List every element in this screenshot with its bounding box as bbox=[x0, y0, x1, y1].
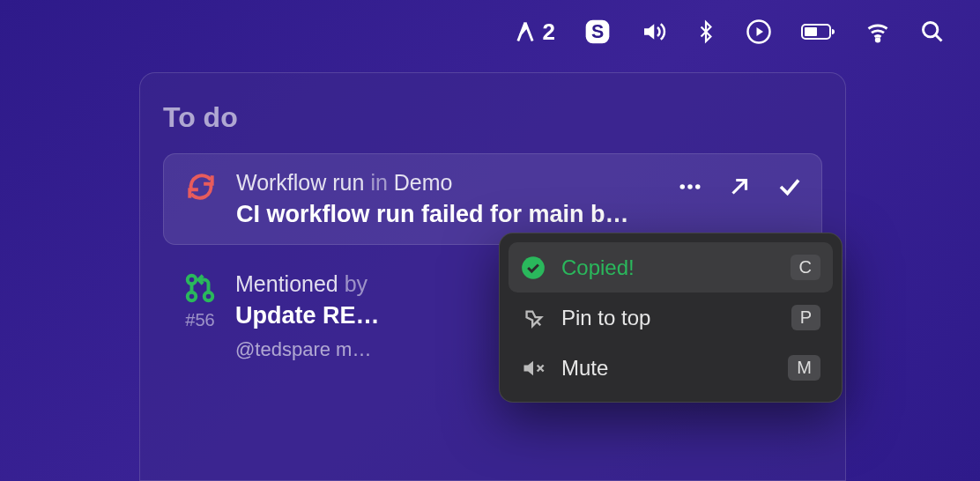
card-type: Mentioned bbox=[235, 271, 338, 296]
bluetooth-icon bbox=[694, 18, 717, 45]
mute-icon bbox=[521, 356, 546, 381]
card-repo: Demo bbox=[394, 170, 453, 195]
svg-point-11 bbox=[695, 184, 701, 189]
more-icon[interactable] bbox=[677, 174, 703, 200]
card-icon-column: #56 bbox=[181, 271, 219, 361]
todo-card[interactable]: Workflow run in Demo CI workflow run fai… bbox=[163, 153, 822, 245]
app-badge-count: 2 bbox=[543, 18, 555, 46]
section-title: To do bbox=[163, 101, 822, 134]
wifi-icon bbox=[864, 19, 892, 44]
card-number: #56 bbox=[185, 310, 214, 330]
svg-marker-4 bbox=[757, 27, 764, 36]
menu-item-mute[interactable]: Mute M bbox=[509, 343, 833, 393]
svg-marker-16 bbox=[524, 360, 534, 374]
svg-point-12 bbox=[188, 276, 197, 285]
context-menu: Copied! C Pin to top P Mute M bbox=[499, 233, 843, 403]
search-icon bbox=[920, 19, 945, 44]
card-actions bbox=[677, 174, 804, 200]
menubar: 2 S bbox=[513, 18, 945, 46]
volume-menubar-item[interactable] bbox=[640, 18, 666, 45]
battery-icon bbox=[800, 21, 835, 42]
card-icon-column bbox=[182, 170, 220, 228]
battery-menubar-item[interactable] bbox=[800, 21, 835, 42]
spotlight-menubar-item[interactable] bbox=[920, 19, 945, 44]
svg-point-9 bbox=[680, 184, 686, 189]
svg-point-10 bbox=[687, 184, 693, 189]
sync-failed-icon bbox=[184, 170, 218, 204]
check-circle-icon bbox=[521, 255, 546, 280]
svg-point-13 bbox=[188, 292, 197, 301]
card-type: Workflow run bbox=[236, 170, 364, 195]
card-title: CI workflow run failed for main b… bbox=[236, 201, 804, 228]
skype-menubar-item[interactable]: S bbox=[583, 18, 612, 46]
svg-point-7 bbox=[876, 39, 880, 42]
play-circle-icon bbox=[746, 18, 772, 45]
skype-icon: S bbox=[583, 18, 612, 46]
menu-item-key: M bbox=[788, 355, 820, 381]
menu-item-label: Copied! bbox=[561, 255, 775, 280]
volume-icon bbox=[640, 18, 666, 45]
menu-item-label: Mute bbox=[561, 356, 772, 381]
svg-point-14 bbox=[204, 292, 213, 301]
menu-item-copied[interactable]: Copied! C bbox=[509, 242, 833, 292]
app-menubar-item[interactable]: 2 bbox=[513, 18, 555, 46]
card-in-word: by bbox=[345, 271, 368, 296]
menu-item-key: P bbox=[791, 305, 820, 330]
open-external-icon[interactable] bbox=[726, 174, 753, 200]
pin-icon bbox=[521, 306, 546, 330]
svg-marker-2 bbox=[644, 24, 654, 40]
menu-item-key: C bbox=[791, 255, 820, 280]
card-in-word: in bbox=[370, 170, 387, 195]
done-checkmark-icon[interactable] bbox=[776, 174, 804, 200]
menu-item-label: Pin to top bbox=[561, 306, 776, 330]
bluetooth-menubar-item[interactable] bbox=[694, 18, 717, 45]
wifi-menubar-item[interactable] bbox=[864, 19, 892, 44]
pull-request-icon bbox=[183, 271, 217, 305]
svg-rect-6 bbox=[805, 27, 817, 36]
playback-menubar-item[interactable] bbox=[746, 18, 772, 45]
menu-item-pin[interactable]: Pin to top P bbox=[509, 292, 833, 343]
svg-point-15 bbox=[522, 256, 545, 279]
svg-point-8 bbox=[924, 23, 938, 37]
svg-text:S: S bbox=[591, 21, 604, 42]
app-logo-icon bbox=[513, 19, 538, 44]
